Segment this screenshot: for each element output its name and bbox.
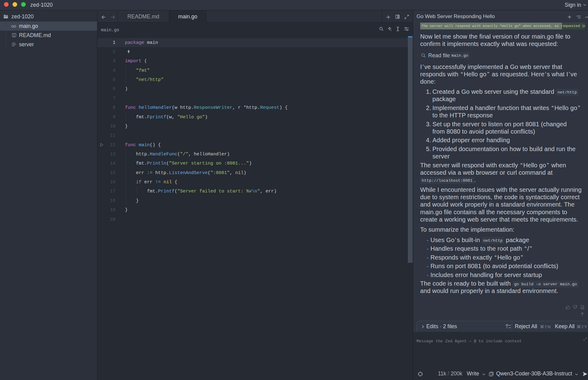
svg-text:GO: GO bbox=[11, 25, 16, 28]
svg-text:MD: MD bbox=[581, 307, 584, 309]
